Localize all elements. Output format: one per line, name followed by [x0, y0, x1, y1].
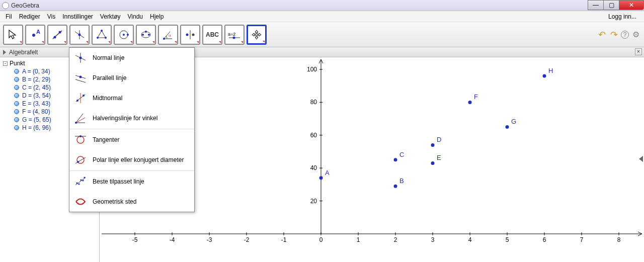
svg-text:-1: -1 — [281, 236, 287, 243]
tool-special-line[interactable] — [69, 25, 90, 45]
svg-text:-2: -2 — [244, 236, 250, 243]
settings-icon[interactable]: ⚙ — [631, 30, 641, 40]
collapse-icon[interactable]: - — [3, 61, 8, 66]
svg-point-88 — [76, 182, 77, 184]
svg-text:6: 6 — [543, 236, 546, 243]
point-bullet-icon — [14, 117, 19, 122]
tool-transform[interactable] — [180, 25, 200, 45]
separator — [69, 129, 194, 129]
menu-settings[interactable]: Innstillinger — [59, 12, 97, 21]
menu-edit[interactable]: Rediger — [16, 12, 44, 21]
expand-icon[interactable] — [3, 50, 6, 55]
tool-slider[interactable]: a=2 — [224, 25, 245, 45]
point-label: E = (3, 43) — [22, 100, 50, 107]
tool-line[interactable] — [47, 25, 67, 45]
svg-text:1: 1 — [357, 236, 360, 243]
menu-file[interactable]: Fil — [2, 12, 16, 21]
tool-move-view[interactable] — [247, 25, 267, 45]
point-label: B = (2, 29) — [22, 76, 50, 83]
tool-dropdown-menu: Normal linjeParallell linjeMidtnormalHal… — [69, 47, 195, 212]
svg-text:8: 8 — [617, 236, 621, 243]
minimize-button[interactable]: — — [588, 0, 604, 10]
svg-point-23 — [192, 33, 195, 36]
dropdown-item[interactable]: Halveringslinje for vinkel — [69, 108, 194, 128]
svg-point-90 — [80, 179, 82, 181]
point-bullet-icon — [14, 69, 19, 74]
data-point[interactable] — [319, 176, 323, 180]
menu-login[interactable]: Logg inn... — [605, 12, 640, 21]
svg-text:40: 40 — [310, 164, 317, 171]
menu-help[interactable]: Hjelp — [146, 12, 167, 21]
point-label: F — [474, 93, 478, 101]
tool-move[interactable] — [3, 25, 23, 45]
point-label: G = (5, 65) — [22, 116, 51, 123]
panel-close-button[interactable]: × — [635, 48, 642, 55]
svg-text:20: 20 — [310, 198, 317, 205]
tool-angle[interactable]: α — [158, 25, 178, 45]
dropdown-arrow-icon — [86, 41, 88, 43]
point-label: A = (0, 34) — [22, 68, 50, 75]
maximize-button[interactable]: ▢ — [603, 0, 619, 10]
data-point[interactable] — [468, 101, 472, 104]
polar-icon — [73, 153, 88, 167]
dropdown-arrow-icon — [108, 41, 110, 43]
separator — [69, 170, 194, 171]
svg-point-91 — [82, 180, 84, 181]
svg-text:α: α — [169, 33, 171, 38]
data-point[interactable] — [394, 158, 397, 161]
svg-point-14 — [127, 34, 129, 36]
dropdown-item[interactable]: Normal linje — [69, 48, 194, 68]
tool-point[interactable]: A — [25, 25, 45, 45]
svg-point-76 — [83, 95, 85, 97]
svg-text:-5: -5 — [132, 236, 138, 243]
dropdown-item[interactable]: Parallell linje — [69, 68, 194, 88]
dropdown-item-label: Normal linje — [93, 54, 124, 61]
dropdown-item-label: Midtnormal — [93, 95, 122, 102]
svg-point-72 — [79, 76, 82, 78]
tool-conic[interactable] — [136, 25, 156, 45]
data-point[interactable] — [431, 161, 435, 165]
perp-icon — [73, 51, 88, 65]
dropdown-item[interactable]: Beste tilpasset linje — [69, 171, 194, 192]
svg-marker-8 — [98, 31, 106, 38]
point-label: B — [399, 177, 404, 185]
svg-text:-3: -3 — [207, 236, 212, 243]
dropdown-item-label: Parallell linje — [93, 74, 126, 81]
dropdown-item[interactable]: Polar linje eller konjugert diameter — [69, 150, 194, 170]
close-button[interactable]: ✕ — [619, 0, 644, 10]
menu-window[interactable]: Vindu — [124, 12, 146, 21]
svg-point-9 — [101, 30, 103, 32]
dropdown-item[interactable]: Midtnormal — [69, 88, 194, 108]
menu-view[interactable]: Vis — [44, 12, 59, 21]
svg-text:-4: -4 — [170, 236, 175, 243]
collapse-side-icon[interactable] — [639, 156, 643, 162]
point-label: G — [511, 118, 516, 125]
tool-polygon[interactable] — [92, 25, 112, 45]
dropdown-arrow-icon — [263, 41, 265, 43]
tool-circle[interactable] — [114, 25, 134, 45]
point-bullet-icon — [14, 125, 19, 130]
svg-text:7: 7 — [580, 236, 584, 243]
dropdown-arrow-icon — [20, 41, 22, 43]
data-point[interactable] — [394, 185, 397, 188]
svg-text:60: 60 — [310, 132, 317, 139]
point-label: C — [399, 151, 404, 158]
data-point[interactable] — [506, 125, 509, 129]
point-bullet-icon — [14, 109, 19, 114]
data-point[interactable] — [543, 74, 546, 78]
dropdown-item[interactable]: Tangenter — [69, 130, 194, 150]
undo-button[interactable]: ↶ — [597, 30, 607, 40]
data-point[interactable] — [431, 143, 435, 147]
point-bullet-icon — [14, 77, 19, 82]
tool-text[interactable]: ABC — [202, 25, 222, 45]
menu-tools[interactable]: Verktøy — [97, 12, 124, 21]
redo-button[interactable]: ↷ — [609, 30, 619, 40]
toolbar-right: ↶ ↷ ? ⚙ — [597, 30, 641, 40]
dropdown-item[interactable]: Geometrisk sted — [69, 192, 194, 212]
dropdown-arrow-icon — [64, 41, 66, 43]
help-icon[interactable]: ? — [621, 31, 629, 39]
midperp-icon — [73, 91, 88, 105]
svg-point-17 — [148, 34, 150, 36]
menu-bar: Fil Rediger Vis Innstillinger Verktøy Vi… — [0, 11, 644, 22]
dropdown-arrow-icon — [219, 41, 221, 43]
